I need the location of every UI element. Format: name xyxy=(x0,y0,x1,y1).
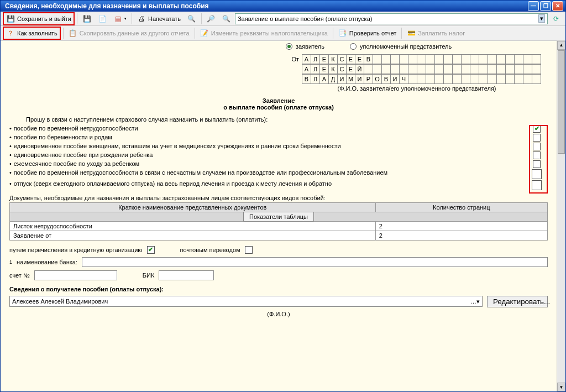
account-input[interactable] xyxy=(34,270,117,280)
report-type-select[interactable]: Заявление о выплате пособия (оплате отпу… xyxy=(235,13,548,24)
name-cell[interactable] xyxy=(417,64,426,74)
maximize-button[interactable]: ❐ xyxy=(540,1,551,11)
zoom-icon-2[interactable]: 🔎 xyxy=(204,13,218,25)
name-cell[interactable] xyxy=(417,74,426,84)
name-cell[interactable]: А xyxy=(302,54,311,64)
name-cell[interactable]: Е xyxy=(346,54,355,64)
chk-6[interactable] xyxy=(532,169,542,179)
scroll-down-icon[interactable]: ▼ xyxy=(557,383,565,391)
name-cell[interactable] xyxy=(488,64,497,74)
name-cell[interactable] xyxy=(390,54,400,64)
recipient-select[interactable]: Алексеев Алексей Владимирович …▾ xyxy=(9,296,483,307)
name-cell[interactable] xyxy=(488,54,497,64)
chk-3[interactable] xyxy=(533,143,541,150)
credit-checkbox[interactable] xyxy=(147,246,155,254)
name-cell[interactable] xyxy=(434,64,444,74)
name-cell[interactable]: Е xyxy=(319,54,329,64)
name-cell[interactable] xyxy=(532,54,541,64)
name-cell[interactable] xyxy=(381,54,391,64)
close-button[interactable]: ✕ xyxy=(552,1,563,11)
name-cell[interactable] xyxy=(514,54,523,64)
post-checkbox[interactable] xyxy=(245,246,253,254)
scroll-thumb[interactable] xyxy=(558,50,565,154)
name-cell[interactable] xyxy=(434,74,444,84)
name-cell[interactable]: К xyxy=(328,54,338,64)
name-cell[interactable]: Е xyxy=(355,54,364,64)
name-cell[interactable]: В xyxy=(364,54,373,64)
name-cell[interactable]: Е xyxy=(319,64,329,74)
name-cell[interactable]: Р xyxy=(364,74,373,84)
name-cell[interactable] xyxy=(417,54,426,64)
name-cell[interactable]: Й xyxy=(355,64,364,74)
name-cell[interactable] xyxy=(496,64,506,74)
zoom-icon-3[interactable]: 🔍 xyxy=(219,13,234,25)
name-cell[interactable] xyxy=(373,54,382,64)
minimize-button[interactable]: — xyxy=(528,1,539,11)
name-cell[interactable]: А xyxy=(319,74,329,84)
name-cell[interactable] xyxy=(408,54,417,64)
name-cell[interactable] xyxy=(523,74,532,84)
dropdown-picker-icon[interactable]: …▾ xyxy=(470,298,480,305)
name-cell[interactable] xyxy=(443,64,453,74)
name-cell[interactable] xyxy=(452,64,462,74)
name-cell[interactable] xyxy=(505,64,515,74)
name-cell[interactable] xyxy=(426,74,435,84)
check-report-button[interactable]: 📑 Проверить отчет xyxy=(336,27,400,39)
name-cell[interactable]: Л xyxy=(311,74,320,84)
name-cell[interactable] xyxy=(488,74,497,84)
name-cell[interactable] xyxy=(505,74,515,84)
name-cell[interactable] xyxy=(523,54,532,64)
name-cell[interactable]: В xyxy=(381,74,391,84)
name-cell[interactable] xyxy=(470,64,479,74)
name-cell[interactable] xyxy=(523,64,532,74)
name-cell[interactable] xyxy=(390,64,400,74)
name-cell[interactable]: М xyxy=(346,74,355,84)
name-cell[interactable] xyxy=(443,74,453,84)
name-cell[interactable] xyxy=(399,54,408,64)
save-icon[interactable]: 💾 xyxy=(80,13,94,25)
name-cell[interactable]: А xyxy=(302,64,311,74)
name-cell[interactable] xyxy=(426,54,435,64)
name-cell[interactable]: Ч xyxy=(399,74,408,84)
refresh-icon[interactable]: ⟳ xyxy=(549,13,563,25)
pdf-icon[interactable]: ▤▾ xyxy=(111,13,129,25)
chk-5[interactable] xyxy=(533,160,541,168)
print-button[interactable]: 🖨 Напечатать xyxy=(134,13,184,25)
name-cell[interactable] xyxy=(479,64,488,74)
name-cell[interactable]: И xyxy=(355,74,364,84)
name-cell[interactable] xyxy=(426,64,435,74)
name-cell[interactable]: И xyxy=(390,74,400,84)
name-cell[interactable] xyxy=(399,64,408,74)
table-indicators-button[interactable]: Показатели таблицы xyxy=(243,212,314,222)
chk-4[interactable] xyxy=(533,151,541,159)
name-cell[interactable] xyxy=(408,64,417,74)
bank-name-input[interactable] xyxy=(82,257,548,267)
name-cell[interactable] xyxy=(452,74,462,84)
howto-button[interactable]: ？ Как заполнить xyxy=(3,27,61,40)
name-cell[interactable]: И xyxy=(337,74,347,84)
doc-icon[interactable]: 📄 xyxy=(95,13,109,25)
name-cell[interactable]: Л xyxy=(311,54,320,64)
save-exit-button[interactable]: 💾 Сохранить и выйти xyxy=(3,12,75,25)
name-cell[interactable] xyxy=(443,54,453,64)
name-cell[interactable]: С xyxy=(337,64,347,74)
name-cell[interactable] xyxy=(505,54,515,64)
chk-1[interactable] xyxy=(533,125,541,133)
name-cell[interactable] xyxy=(470,54,479,64)
name-cell[interactable] xyxy=(479,74,488,84)
name-cell[interactable] xyxy=(514,64,523,74)
zoom-icon-1[interactable]: 🔍 xyxy=(185,13,199,25)
chk-7[interactable] xyxy=(532,180,542,190)
name-cell[interactable] xyxy=(461,74,470,84)
name-cell[interactable] xyxy=(479,54,488,64)
edit-recipient-button[interactable]: Редактировать... xyxy=(487,296,548,307)
name-cell[interactable] xyxy=(514,74,523,84)
name-cell[interactable] xyxy=(452,54,462,64)
chk-2[interactable] xyxy=(533,134,541,142)
name-cell[interactable]: Д xyxy=(328,74,338,84)
name-cell[interactable] xyxy=(470,74,479,84)
name-cell[interactable] xyxy=(461,64,470,74)
name-cell[interactable]: В xyxy=(302,74,311,84)
name-cell[interactable]: О xyxy=(373,74,382,84)
name-cell[interactable]: Е xyxy=(346,64,355,74)
